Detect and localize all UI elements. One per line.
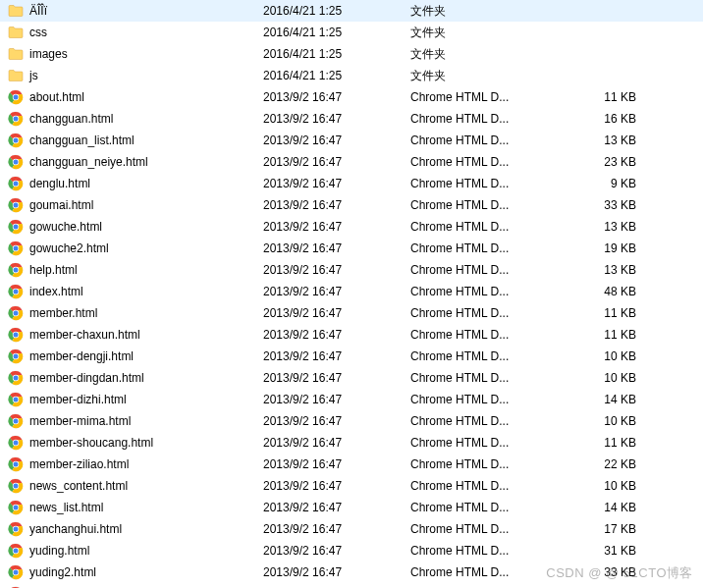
folder-icon [8, 46, 24, 62]
file-name: member-dingdan.html [29, 371, 144, 385]
file-name: yanchanghui.html [29, 522, 122, 536]
chrome-icon [8, 521, 24, 537]
chrome-icon [8, 176, 24, 191]
file-row[interactable]: index.html2013/9/2 16:47Chrome HTML D...… [0, 281, 703, 302]
file-row[interactable]: gowuche.html2013/9/2 16:47Chrome HTML D.… [0, 216, 703, 238]
file-date: 2013/9/2 16:47 [263, 198, 410, 212]
file-row[interactable]: js2016/4/21 1:25文件夹 [0, 65, 703, 86]
file-name-cell: news_list.html [8, 500, 263, 515]
file-type: Chrome HTML D... [410, 90, 577, 104]
file-date: 2013/9/2 16:47 [263, 457, 410, 471]
file-row[interactable]: member-shoucang.html2013/9/2 16:47Chrome… [0, 432, 703, 454]
file-name: member-mima.html [29, 414, 131, 428]
file-row[interactable]: gowuche2.html2013/9/2 16:47Chrome HTML D… [0, 238, 703, 259]
chrome-icon [8, 219, 24, 235]
file-name-cell: member-mima.html [8, 413, 263, 429]
file-name: gowuche2.html [29, 241, 109, 255]
file-size: 22 KB [577, 457, 646, 471]
file-type: 文件夹 [410, 25, 577, 41]
file-name-cell: help.html [8, 262, 263, 278]
file-date: 2013/9/2 16:47 [263, 479, 410, 493]
chrome-icon [8, 435, 24, 451]
file-size: 11 KB [577, 328, 646, 342]
file-date: 2013/9/2 16:47 [263, 565, 410, 579]
file-date: 2013/9/2 16:47 [263, 285, 410, 298]
file-type: Chrome HTML D... [410, 436, 577, 450]
file-size: 11 KB [577, 306, 646, 320]
file-list: ÄÎÎï2016/4/21 1:25文件夹css2016/4/21 1:25文件… [0, 0, 703, 588]
file-date: 2013/9/2 16:47 [263, 436, 410, 450]
file-name: member.html [29, 306, 97, 320]
file-size: 14 KB [577, 501, 646, 514]
file-name-cell: ÄÎÎï [8, 3, 263, 19]
file-row[interactable]: changguan_neiye.html2013/9/2 16:47Chrome… [0, 151, 703, 173]
file-size: 11 KB [577, 90, 646, 104]
file-date: 2013/9/2 16:47 [263, 393, 410, 406]
file-name: yuding2.html [29, 565, 96, 579]
file-date: 2013/9/2 16:47 [263, 241, 410, 255]
file-type: 文件夹 [410, 68, 577, 84]
file-type: Chrome HTML D... [410, 155, 577, 169]
file-row[interactable]: member-chaxun.html2013/9/2 16:47Chrome H… [0, 324, 703, 346]
chrome-icon [8, 89, 24, 105]
file-row[interactable]: member-mima.html2013/9/2 16:47Chrome HTM… [0, 410, 703, 432]
chrome-icon [8, 478, 24, 494]
file-row[interactable]: member-dizhi.html2013/9/2 16:47Chrome HT… [0, 389, 703, 410]
file-size: 10 KB [577, 371, 646, 385]
file-date: 2013/9/2 16:47 [263, 544, 410, 558]
file-type: Chrome HTML D... [410, 393, 577, 406]
file-size: 11 KB [577, 436, 646, 450]
file-row[interactable]: changguan_list.html2013/9/2 16:47Chrome … [0, 130, 703, 151]
file-size: 13 KB [577, 134, 646, 147]
file-name: about.html [29, 90, 84, 104]
chrome-icon [8, 564, 24, 580]
file-row[interactable]: zhuce.html2013/9/2 16:47Chrome HTML D...… [0, 583, 703, 588]
chrome-icon [8, 197, 24, 213]
file-date: 2013/9/2 16:47 [263, 414, 410, 428]
file-row[interactable]: member-dengji.html2013/9/2 16:47Chrome H… [0, 346, 703, 367]
file-row[interactable]: news_list.html2013/9/2 16:47Chrome HTML … [0, 497, 703, 518]
file-row[interactable]: yanchanghui.html2013/9/2 16:47Chrome HTM… [0, 518, 703, 540]
file-row[interactable]: member-dingdan.html2013/9/2 16:47Chrome … [0, 367, 703, 389]
file-name: denglu.html [29, 177, 90, 190]
file-row[interactable]: denglu.html2013/9/2 16:47Chrome HTML D..… [0, 173, 703, 194]
file-name: goumai.html [29, 198, 93, 212]
file-row[interactable]: changguan.html2013/9/2 16:47Chrome HTML … [0, 108, 703, 130]
chrome-icon [8, 305, 24, 321]
file-name-cell: member.html [8, 305, 263, 321]
file-name: images [29, 47, 68, 61]
file-name-cell: gowuche.html [8, 219, 263, 235]
file-row[interactable]: help.html2013/9/2 16:47Chrome HTML D...1… [0, 259, 703, 281]
file-name-cell: about.html [8, 89, 263, 105]
file-row[interactable]: goumai.html2013/9/2 16:47Chrome HTML D..… [0, 194, 703, 216]
file-date: 2013/9/2 16:47 [263, 220, 410, 234]
file-type: Chrome HTML D... [410, 306, 577, 320]
watermark-text: CSDN @ @ 51CTO博客 [546, 564, 693, 582]
file-row[interactable]: images2016/4/21 1:25文件夹 [0, 43, 703, 65]
chrome-icon [8, 500, 24, 515]
file-type: Chrome HTML D... [410, 285, 577, 298]
chrome-icon [8, 348, 24, 364]
file-row[interactable]: css2016/4/21 1:25文件夹 [0, 22, 703, 43]
folder-icon [8, 3, 24, 19]
file-name-cell: member-dizhi.html [8, 392, 263, 407]
file-row[interactable]: member-ziliao.html2013/9/2 16:47Chrome H… [0, 454, 703, 475]
chrome-icon [8, 370, 24, 386]
file-type: Chrome HTML D... [410, 134, 577, 147]
file-type: Chrome HTML D... [410, 220, 577, 234]
file-name: gowuche.html [29, 220, 102, 234]
file-type: Chrome HTML D... [410, 349, 577, 363]
file-row[interactable]: yuding.html2013/9/2 16:47Chrome HTML D..… [0, 540, 703, 561]
file-type: Chrome HTML D... [410, 241, 577, 255]
file-name-cell: yanchanghui.html [8, 521, 263, 537]
file-date: 2016/4/21 1:25 [263, 26, 410, 39]
file-row[interactable]: news_content.html2013/9/2 16:47Chrome HT… [0, 475, 703, 497]
file-name: member-chaxun.html [29, 328, 140, 342]
file-size: 17 KB [577, 522, 646, 536]
file-size: 33 KB [577, 198, 646, 212]
file-size: 13 KB [577, 263, 646, 277]
file-row[interactable]: about.html2013/9/2 16:47Chrome HTML D...… [0, 86, 703, 108]
file-row[interactable]: ÄÎÎï2016/4/21 1:25文件夹 [0, 0, 703, 22]
chrome-icon [8, 413, 24, 429]
file-row[interactable]: member.html2013/9/2 16:47Chrome HTML D..… [0, 302, 703, 324]
